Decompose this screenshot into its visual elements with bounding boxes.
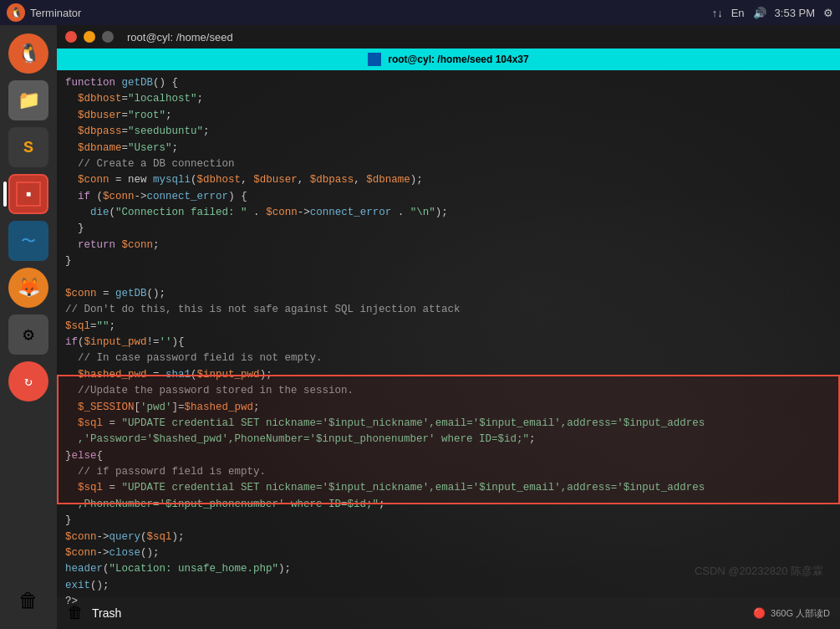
terminal-titlebar: root@cyl: /home/seed — [57, 25, 840, 49]
sidebar-trash-icon[interactable]: 🗑 — [8, 580, 48, 621]
sidebar-item-firefox[interactable]: 🦊 — [8, 268, 48, 308]
maximize-button[interactable] — [102, 31, 114, 43]
terminal-window: root@cyl: /home/seed root@cyl: /home/see… — [57, 25, 840, 629]
watermark-text: CSDN @20232820 陈彦霖 — [695, 564, 823, 579]
ubuntu-logo: 🐧 — [7, 3, 25, 22]
clock: 3:53 PM — [775, 7, 815, 19]
minimize-button[interactable] — [84, 31, 95, 43]
sidebar-item-updates[interactable]: ↻ — [8, 361, 48, 401]
close-button[interactable] — [65, 31, 77, 43]
sql-injection-highlight — [57, 375, 840, 504]
settings-icon[interactable]: ⚙ — [823, 7, 833, 19]
language-indicator[interactable]: En — [731, 7, 745, 19]
sidebar: 🐧 📁 S ■ 〜 🦊 ⚙ ↻ 🗑 — [0, 25, 57, 629]
code-content: function getDB() { $dbhost="localhost"; … — [65, 75, 832, 629]
sidebar-item-ubuntu[interactable]: 🐧 — [8, 33, 48, 74]
volume-icon: 🔊 — [753, 7, 766, 19]
sidebar-item-files[interactable]: 📁 — [8, 80, 48, 120]
sidebar-item-terminator[interactable]: ■ — [8, 174, 48, 214]
sidebar-item-wireshark[interactable]: 〜 — [8, 221, 48, 261]
taskbar-top: 🐧 Terminator ↑↓ En 🔊 3:53 PM ⚙ — [0, 0, 840, 25]
code-area[interactable]: function getDB() { $dbhost="localhost"; … — [57, 70, 840, 629]
terminal-tab-icon — [368, 53, 381, 66]
taskbar-top-right: ↑↓ En 🔊 3:53 PM ⚙ — [712, 7, 833, 19]
app-title: Terminator — [30, 7, 81, 19]
terminal-title: root@cyl: /home/seed — [127, 31, 233, 43]
sidebar-item-settings[interactable]: ⚙ — [8, 314, 48, 355]
sidebar-item-sublime[interactable]: S — [8, 127, 48, 167]
terminal-tab-bar[interactable]: root@cyl: /home/seed 104x37 — [57, 49, 840, 70]
taskbar-top-left: 🐧 Terminator — [7, 3, 81, 22]
sidebar-bottom: 🗑 — [0, 580, 57, 621]
terminal-tab-label: root@cyl: /home/seed 104x37 — [388, 54, 528, 65]
sort-icon: ↑↓ — [712, 7, 723, 19]
